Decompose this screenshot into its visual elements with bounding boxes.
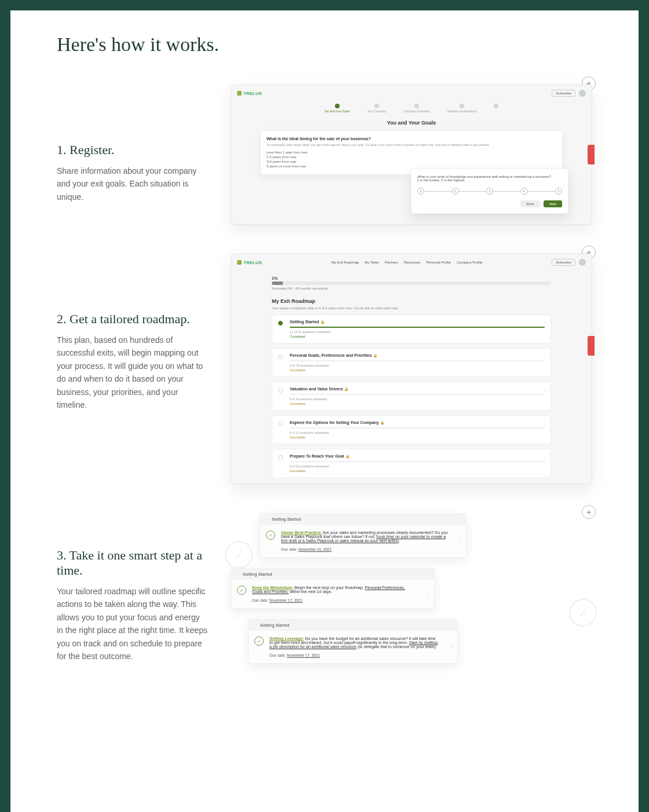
radio-option[interactable]: Less than 1 year from now bbox=[267, 150, 556, 155]
nav-item[interactable]: My Tasks bbox=[364, 261, 379, 264]
next-button[interactable]: Next bbox=[544, 200, 562, 207]
check-ghost-icon: ✓ bbox=[225, 541, 253, 569]
task-card[interactable]: Getting Started✓Owner Best Practice: Are… bbox=[260, 513, 466, 558]
page: Here's how it works. 1. Register. Share … bbox=[10, 10, 639, 812]
nav-item[interactable]: Personal Profile bbox=[426, 261, 451, 264]
progress-pct: 1% bbox=[272, 276, 551, 280]
app-logo: TRELUS bbox=[237, 260, 262, 265]
check-icon[interactable]: ✓ bbox=[254, 637, 264, 646]
step-2-row: 2. Get a tailored roadmap. This plan, ba… bbox=[57, 254, 592, 484]
step-3-title: 3. Take it one smart step at a time. bbox=[57, 548, 207, 578]
progress-sub: Estimated 34 - 38 months remaining bbox=[272, 287, 551, 290]
radio-option[interactable]: 1-2 years from now bbox=[267, 155, 556, 159]
rating-scale[interactable]: 12345 bbox=[417, 188, 562, 195]
step-2-preview: + TRELUS My Exit Roadmap My Tasks Partne… bbox=[231, 254, 592, 484]
feedback-tab[interactable] bbox=[588, 336, 595, 356]
back-button[interactable]: Back bbox=[520, 200, 539, 207]
progress-bar bbox=[272, 281, 551, 285]
feedback-tab[interactable] bbox=[588, 145, 595, 164]
radio-option[interactable]: 3-4 years from now bbox=[267, 159, 556, 164]
step-3-preview: + ✓ ✓ Getting Started✓Owner Best Practic… bbox=[231, 513, 592, 675]
check-icon[interactable]: ✓ bbox=[266, 531, 275, 540]
radio-option[interactable]: 5 years or more from now bbox=[267, 164, 556, 169]
nav-item[interactable]: Resources bbox=[404, 261, 421, 264]
step-1-row: 1. Register. Share information about you… bbox=[57, 85, 592, 225]
task-card[interactable]: Getting Started✓Getting Leverage: Do you… bbox=[248, 619, 458, 664]
avatar[interactable] bbox=[579, 259, 586, 266]
roadmap-stage[interactable]: Valuation and Value Drivers🔒0 of 9 quest… bbox=[272, 382, 551, 411]
task-card[interactable]: Getting Started✓Keep the Momentum: Begin… bbox=[231, 568, 435, 609]
nav-item[interactable]: My Exit Roadmap bbox=[331, 261, 359, 264]
step-3-text: 3. Take it one smart step at a time. You… bbox=[57, 513, 207, 663]
avatar[interactable] bbox=[579, 90, 586, 97]
step-1-preview: + TRELUS Subscribe You and Your Goals Yo… bbox=[231, 85, 592, 225]
step-3-body: Your tailored roadmap will outline speci… bbox=[57, 585, 207, 663]
check-ghost-icon: ✓ bbox=[569, 599, 597, 627]
roadmap-stage[interactable]: Personal Goals, Preferences and Prioriti… bbox=[272, 348, 551, 377]
nav-item[interactable]: Partners bbox=[385, 261, 398, 264]
subscribe-button[interactable]: Subscribe bbox=[552, 259, 575, 266]
step-2-body: This plan, based on hundreds of successf… bbox=[57, 334, 207, 411]
nav-item[interactable]: Company Profile bbox=[457, 261, 482, 264]
form-heading: You and Your Goals bbox=[231, 120, 592, 126]
step-2-title: 2. Get a tailored roadmap. bbox=[57, 312, 207, 327]
outer-frame: Here's how it works. 1. Register. Share … bbox=[0, 0, 649, 812]
roadmap-title: My Exit Roadmap bbox=[272, 298, 551, 304]
step-1-text: 1. Register. Share information about you… bbox=[57, 85, 207, 203]
roadmap-stage[interactable]: Prepare To Reach Your Goal🔒0 of 14 quest… bbox=[272, 449, 551, 478]
top-nav: My Exit Roadmap My Tasks Partners Resour… bbox=[331, 261, 482, 264]
registration-mock: TRELUS Subscribe You and Your Goals Your… bbox=[231, 85, 592, 225]
subscribe-button[interactable]: Subscribe bbox=[552, 90, 575, 97]
app-logo: TRELUS bbox=[237, 91, 262, 96]
step-2-text: 2. Get a tailored roadmap. This plan, ba… bbox=[57, 254, 207, 411]
stepper: You and Your Goals Your Company Company … bbox=[231, 101, 592, 114]
step-3-row: 3. Take it one smart step at a time. You… bbox=[57, 513, 592, 675]
roadmap-mock: TRELUS My Exit Roadmap My Tasks Partners… bbox=[231, 254, 592, 484]
roadmap-stage[interactable]: Explore the Options for Selling Your Com… bbox=[272, 415, 551, 444]
page-title: Here's how it works. bbox=[57, 34, 592, 56]
roadmap-sub: Your target completion date is in 3-4 ye… bbox=[272, 306, 551, 310]
step-1-title: 1. Register. bbox=[57, 142, 207, 158]
roadmap-stage[interactable]: Getting Started🔒11 of 11 questions answe… bbox=[272, 314, 551, 343]
question-card-2: What is your level of knowledge and expe… bbox=[411, 169, 568, 214]
check-icon[interactable]: ✓ bbox=[237, 586, 246, 595]
step-1-body: Share information about your company and… bbox=[57, 164, 207, 203]
